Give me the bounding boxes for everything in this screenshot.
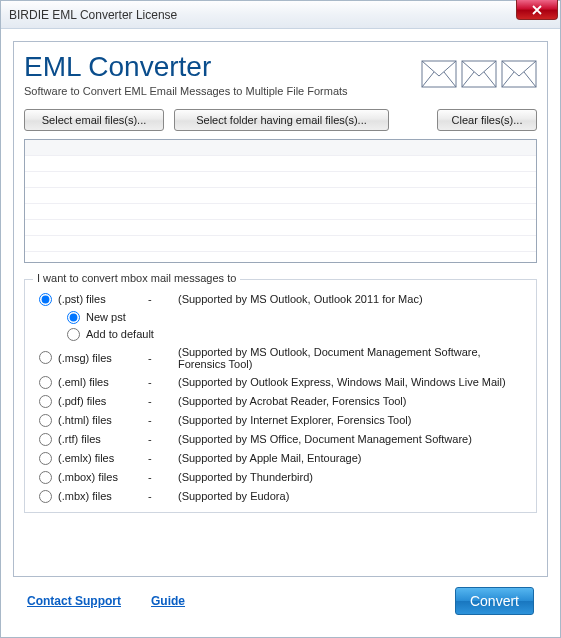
option-name: (.html) files — [58, 414, 148, 426]
list-row — [25, 172, 536, 188]
select-files-button[interactable]: Select email files(s)... — [24, 109, 164, 131]
radio-msg[interactable] — [39, 351, 52, 364]
main-panel: EML Converter Software to Convert EML Em… — [13, 41, 548, 577]
option-rtf[interactable]: (.rtf) files - (Supported by MS Office, … — [35, 430, 526, 449]
envelope-icon — [501, 60, 537, 88]
option-dash: - — [148, 490, 178, 502]
option-pst[interactable]: (.pst) files - (Supported by MS Outlook,… — [35, 290, 526, 309]
option-name: (.pst) files — [58, 293, 148, 305]
list-row — [25, 156, 536, 172]
option-pdf[interactable]: (.pdf) files - (Supported by Acrobat Rea… — [35, 392, 526, 411]
radio-mbox[interactable] — [39, 471, 52, 484]
header: EML Converter Software to Convert EML Em… — [24, 52, 537, 97]
option-dash: - — [148, 433, 178, 445]
app-window: BIRDIE EML Converter License EML Convert… — [0, 0, 561, 638]
envelope-icon — [421, 60, 457, 88]
option-dash: - — [148, 395, 178, 407]
list-row — [25, 236, 536, 252]
option-mbx[interactable]: (.mbx) files - (Supported by Eudora) — [35, 487, 526, 506]
content-area: EML Converter Software to Convert EML Em… — [1, 29, 560, 637]
option-dash: - — [148, 352, 178, 364]
option-support: (Supported by Outlook Express, Windows M… — [178, 376, 526, 388]
sub-option-label: Add to default — [86, 328, 154, 340]
option-dash: - — [148, 452, 178, 464]
window-title: BIRDIE EML Converter License — [9, 8, 177, 22]
titlebar: BIRDIE EML Converter License — [1, 1, 560, 29]
format-groupbox: I want to convert mbox mail messages to … — [24, 279, 537, 513]
option-support: (Supported by Internet Explorer, Forensi… — [178, 414, 526, 426]
option-support: (Supported by Eudora) — [178, 490, 526, 502]
option-dash: - — [148, 471, 178, 483]
option-name: (.msg) files — [58, 352, 148, 364]
option-dash: - — [148, 376, 178, 388]
close-button[interactable] — [516, 0, 558, 20]
option-support: (Supported by MS Outlook, Outlook 2011 f… — [178, 293, 526, 305]
list-row — [25, 188, 536, 204]
guide-link[interactable]: Guide — [151, 594, 185, 608]
option-emlx[interactable]: (.emlx) files - (Supported by Apple Mail… — [35, 449, 526, 468]
radio-pst[interactable] — [39, 293, 52, 306]
envelope-icons — [421, 60, 537, 88]
option-name: (.rtf) files — [58, 433, 148, 445]
list-row — [25, 204, 536, 220]
option-msg[interactable]: (.msg) files - (Supported by MS Outlook,… — [35, 343, 526, 373]
option-support: (Supported by Acrobat Reader, Forensics … — [178, 395, 526, 407]
option-name: (.eml) files — [58, 376, 148, 388]
list-row — [25, 140, 536, 156]
radio-eml[interactable] — [39, 376, 52, 389]
option-support: (Supported by MS Office, Document Manage… — [178, 433, 526, 445]
clear-files-button[interactable]: Clear files(s)... — [437, 109, 537, 131]
list-row — [25, 220, 536, 236]
select-folder-button[interactable]: Select folder having email files(s)... — [174, 109, 389, 131]
pst-sub-options: New pst Add to default — [35, 309, 526, 343]
option-name: (.pdf) files — [58, 395, 148, 407]
app-title: EML Converter — [24, 52, 348, 83]
sub-option-add-default[interactable]: Add to default — [63, 326, 526, 343]
option-support: (Supported by Thunderbird) — [178, 471, 526, 483]
option-support: (Supported by MS Outlook, Document Manag… — [178, 346, 526, 370]
file-list[interactable] — [24, 139, 537, 263]
option-support: (Supported by Apple Mail, Entourage) — [178, 452, 526, 464]
option-mbox[interactable]: (.mbox) files - (Supported by Thunderbir… — [35, 468, 526, 487]
header-text: EML Converter Software to Convert EML Em… — [24, 52, 348, 97]
radio-pdf[interactable] — [39, 395, 52, 408]
option-name: (.mbx) files — [58, 490, 148, 502]
close-icon — [532, 5, 542, 15]
groupbox-label: I want to convert mbox mail messages to — [33, 272, 240, 284]
spacer — [399, 109, 427, 131]
envelope-icon — [461, 60, 497, 88]
radio-add-default[interactable] — [67, 328, 80, 341]
app-subtitle: Software to Convert EML Email Messages t… — [24, 85, 348, 97]
radio-emlx[interactable] — [39, 452, 52, 465]
footer: Contact Support Guide Convert — [13, 577, 548, 625]
sub-option-label: New pst — [86, 311, 126, 323]
radio-mbx[interactable] — [39, 490, 52, 503]
option-html[interactable]: (.html) files - (Supported by Internet E… — [35, 411, 526, 430]
sub-option-new-pst[interactable]: New pst — [63, 309, 526, 326]
option-name: (.mbox) files — [58, 471, 148, 483]
radio-new-pst[interactable] — [67, 311, 80, 324]
contact-support-link[interactable]: Contact Support — [27, 594, 121, 608]
option-dash: - — [148, 414, 178, 426]
convert-button[interactable]: Convert — [455, 587, 534, 615]
file-button-row: Select email files(s)... Select folder h… — [24, 109, 537, 131]
radio-html[interactable] — [39, 414, 52, 427]
option-dash: - — [148, 293, 178, 305]
option-name: (.emlx) files — [58, 452, 148, 464]
radio-rtf[interactable] — [39, 433, 52, 446]
option-eml[interactable]: (.eml) files - (Supported by Outlook Exp… — [35, 373, 526, 392]
